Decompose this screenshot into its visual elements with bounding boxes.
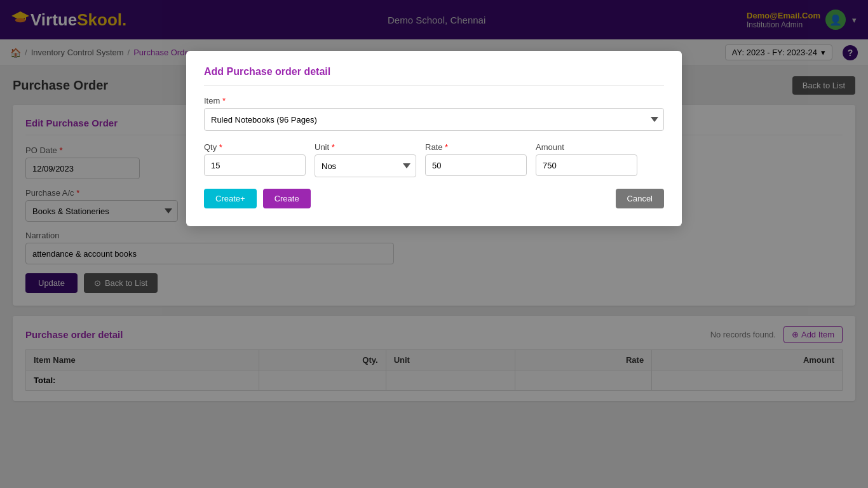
modal-title: Add Purchase order detail	[204, 66, 664, 86]
create-plus-button[interactable]: Create+	[204, 189, 257, 208]
modal-overlay: Add Purchase order detail Item * Ruled N…	[0, 0, 868, 488]
modal-rate-input[interactable]	[425, 154, 527, 176]
modal-unit-group: Unit * Nos Pcs Box Kg Ltr	[315, 142, 416, 177]
modal-rate-label: Rate *	[425, 142, 527, 152]
modal-unit-label: Unit *	[315, 142, 416, 152]
modal-qty-label: Qty *	[204, 142, 306, 152]
modal-item-label: Item *	[204, 96, 664, 105]
cancel-button[interactable]: Cancel	[616, 189, 664, 208]
modal-amount-label: Amount	[536, 142, 637, 152]
modal-qty-unit-rate-amount-row: Qty * Unit * Nos Pcs Box Kg Ltr	[204, 142, 664, 177]
modal-item-group: Item * Ruled Notebooks (96 Pages) Attend…	[204, 96, 664, 131]
modal-item-select[interactable]: Ruled Notebooks (96 Pages) Attendance Bo…	[204, 108, 664, 131]
modal-footer-left: Create+ Create	[204, 189, 311, 208]
modal-item-row: Item * Ruled Notebooks (96 Pages) Attend…	[204, 96, 664, 131]
modal-qty-input[interactable]	[204, 154, 306, 176]
modal-amount-group: Amount	[536, 142, 637, 177]
add-purchase-order-detail-modal: Add Purchase order detail Item * Ruled N…	[186, 51, 682, 226]
modal-unit-select[interactable]: Nos Pcs Box Kg Ltr	[315, 154, 416, 177]
create-button[interactable]: Create	[263, 189, 311, 208]
modal-amount-input[interactable]	[536, 154, 637, 176]
modal-rate-group: Rate *	[425, 142, 527, 177]
modal-qty-group: Qty *	[204, 142, 306, 177]
modal-footer: Create+ Create Cancel	[204, 189, 664, 208]
